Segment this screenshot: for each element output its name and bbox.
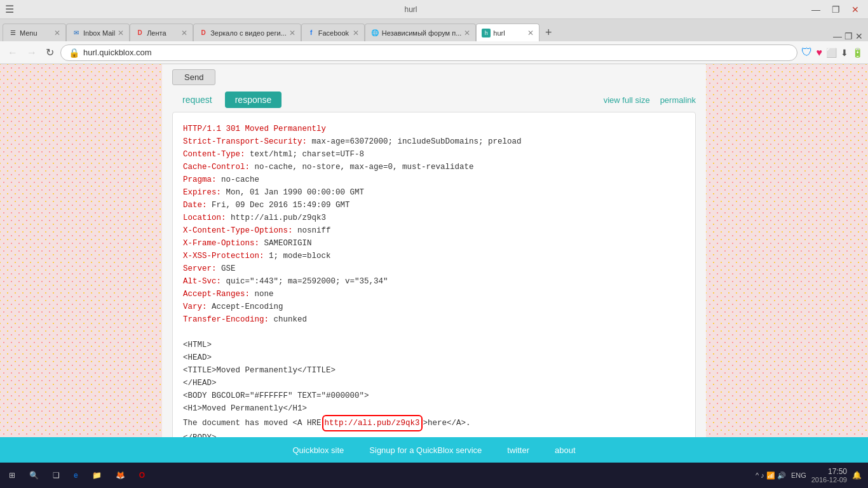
page-background: Send request response view full size per… xyxy=(0,64,868,463)
tab-menu[interactable]: ☰ Menu ✕ xyxy=(3,24,66,41)
title-bar-left: ☰ xyxy=(5,3,14,15)
header-strict-transport: Strict-Transport-Security: max-age=63072… xyxy=(183,135,685,148)
window-controls: — ❐ ✕ xyxy=(808,3,863,16)
tab-forum[interactable]: 🌐 Независимый форум п... ✕ xyxy=(365,24,477,41)
tab-label-forum: Независимый форум п... xyxy=(382,29,462,37)
clock: 17:50 2016-12-09 xyxy=(811,467,847,484)
left-decoration xyxy=(0,64,162,463)
folder-icon: 📁 xyxy=(92,471,102,480)
send-button[interactable]: Send xyxy=(172,69,215,85)
header-server: Server: GSE xyxy=(183,262,685,275)
tab-label-lenta: Лента xyxy=(147,29,179,37)
footer-signup[interactable]: Signup for a QuickBlox service xyxy=(369,445,482,455)
moved-link[interactable]: http://ali.pub/z9qk3 xyxy=(325,419,420,428)
header-pragma: Pragma: no-cache xyxy=(183,173,685,186)
tabs-right: view full size permalink xyxy=(604,95,696,105)
windows-icon: ⊞ xyxy=(9,471,15,480)
tab-favicon-hurl: h xyxy=(482,29,491,37)
tab-zerkalo[interactable]: D Зеркало с видео реги... ✕ xyxy=(193,24,301,41)
maximize-button[interactable]: ❐ xyxy=(828,3,844,16)
tab-hurl[interactable]: h hurl ✕ xyxy=(476,24,539,41)
request-response-tabs: request response view full size permalin… xyxy=(162,88,706,112)
tabs-bar: ☰ Menu ✕ ✉ Inbox Mail ✕ D Лента ✕ D Зерк… xyxy=(0,19,868,41)
tab-close-hurl[interactable]: ✕ xyxy=(527,29,534,37)
new-tab-button[interactable]: + xyxy=(539,24,557,41)
address-bar: ← → ↻ 🔒 hurl.quickblox.com 🛡 ♥ ⬜ ⬇ 🔋 xyxy=(0,41,868,64)
header-x-content-type: X-Content-Type-Options: nosniff xyxy=(183,224,685,237)
footer-quickblox-site[interactable]: Quickblox site xyxy=(292,445,344,455)
heart-icon[interactable]: ♥ xyxy=(817,47,823,58)
site-footer: Quickblox site Signup for a QuickBlox se… xyxy=(0,437,868,463)
back-button[interactable]: ← xyxy=(5,46,20,60)
start-button[interactable]: ⊞ xyxy=(3,468,22,482)
firefox[interactable]: 🦊 xyxy=(109,468,132,482)
header-accept-ranges: Accept-Ranges: none xyxy=(183,288,685,301)
header-cache-control: Cache-Control: no-cache, no-store, max-a… xyxy=(183,161,685,173)
html-moved-line: The document has moved <A HREhttp://ali.… xyxy=(183,415,685,431)
window-title: hurl xyxy=(404,5,417,14)
permalink-link-top[interactable]: permalink xyxy=(660,95,696,105)
opera[interactable]: O xyxy=(133,468,151,482)
shield-icon[interactable]: 🛡 xyxy=(801,46,813,59)
footer-twitter[interactable]: twitter xyxy=(507,445,529,455)
taskbar-right: ^ ♪ 📶 🔊 ENG 17:50 2016-12-09 🔔 xyxy=(756,467,868,484)
address-input[interactable]: 🔒 hurl.quickblox.com xyxy=(60,44,797,61)
tab-close-inbox[interactable]: ✕ xyxy=(118,29,124,37)
edge-icon: e xyxy=(74,471,78,480)
task-view[interactable]: ❑ xyxy=(46,468,66,482)
send-area: Send xyxy=(162,64,706,88)
tab-facebook[interactable]: f Facebook ✕ xyxy=(301,24,365,41)
task-view-icon: ❑ xyxy=(53,471,60,480)
tab-label-menu: Menu xyxy=(20,29,51,37)
url-display: hurl.quickblox.com xyxy=(83,48,152,57)
tab-favicon-facebook: f xyxy=(307,29,316,37)
tab-favicon-lenta: D xyxy=(135,29,144,37)
header-vary: Vary: Accept-Encoding xyxy=(183,301,685,313)
file-explorer[interactable]: 📁 xyxy=(86,468,108,482)
footer-about[interactable]: about xyxy=(555,445,576,455)
system-tray-icons: ^ ♪ 📶 🔊 xyxy=(756,471,786,480)
response-box: HTTP/1.1 301 Moved Permanently Strict-Tr… xyxy=(172,112,696,463)
tab-favicon-menu: ☰ xyxy=(8,29,17,37)
tab-bar-restore[interactable]: ❐ xyxy=(844,31,853,41)
view-full-size-link-top[interactable]: view full size xyxy=(604,95,650,105)
search-taskbar[interactable]: 🔍 xyxy=(23,468,45,482)
header-content-type: Content-Type: text/html; charset=UTF-8 xyxy=(183,148,685,161)
minimize-button[interactable]: — xyxy=(808,3,824,16)
battery-icon: 🔋 xyxy=(852,48,863,58)
download-icon[interactable]: ⬇ xyxy=(841,48,848,58)
tab-label-inbox: Inbox Mail xyxy=(83,29,115,37)
browser-menu-icon[interactable]: ☰ xyxy=(5,3,14,15)
tab-bar-close[interactable]: ✕ xyxy=(855,31,863,41)
request-tab[interactable]: request xyxy=(172,92,222,108)
edge-browser[interactable]: e xyxy=(67,468,85,482)
tab-bar-minimize[interactable]: — xyxy=(833,31,842,41)
tab-favicon-forum: 🌐 xyxy=(370,29,379,37)
highlighted-link: http://ali.pub/z9qk3 xyxy=(322,415,423,431)
tab-close-zerkalo[interactable]: ✕ xyxy=(289,29,295,37)
tab-close-lenta[interactable]: ✕ xyxy=(181,29,187,37)
html-body-open: <BODY BGCOLOR="#FFFFFF" TEXT="#000000"> xyxy=(183,390,685,402)
date-display: 2016-12-09 xyxy=(811,476,847,484)
html-h1: <H1>Moved Permanently</H1> xyxy=(183,402,685,415)
refresh-button[interactable]: ↻ xyxy=(43,45,57,60)
tab-close-forum[interactable]: ✕ xyxy=(464,29,470,37)
search-icon: 🔍 xyxy=(29,471,39,480)
status-text: HTTP/1.1 301 Moved Permanently xyxy=(183,125,326,133)
header-alt-svc: Alt-Svc: quic=":443"; ma=2592000; v="35,… xyxy=(183,275,685,288)
forward-button[interactable]: → xyxy=(24,46,39,60)
tab-lenta[interactable]: D Лента ✕ xyxy=(130,24,193,41)
tab-close-menu[interactable]: ✕ xyxy=(54,29,60,37)
html-head-open: <HEAD> xyxy=(183,351,685,364)
close-button[interactable]: ✕ xyxy=(848,3,863,16)
header-x-frame: X-Frame-Options: SAMEORIGIN xyxy=(183,237,685,250)
language-indicator: ENG xyxy=(791,471,806,479)
address-icons: 🛡 ♥ ⬜ ⬇ 🔋 xyxy=(801,46,864,59)
response-tab[interactable]: response xyxy=(225,92,282,108)
html-open: <HTML> xyxy=(183,339,685,351)
tab-inbox[interactable]: ✉ Inbox Mail ✕ xyxy=(66,24,130,41)
screenshot-icon[interactable]: ⬜ xyxy=(826,48,837,58)
right-decoration xyxy=(706,64,868,463)
notification-icon[interactable]: 🔔 xyxy=(852,471,862,480)
tab-close-facebook[interactable]: ✕ xyxy=(353,29,359,37)
